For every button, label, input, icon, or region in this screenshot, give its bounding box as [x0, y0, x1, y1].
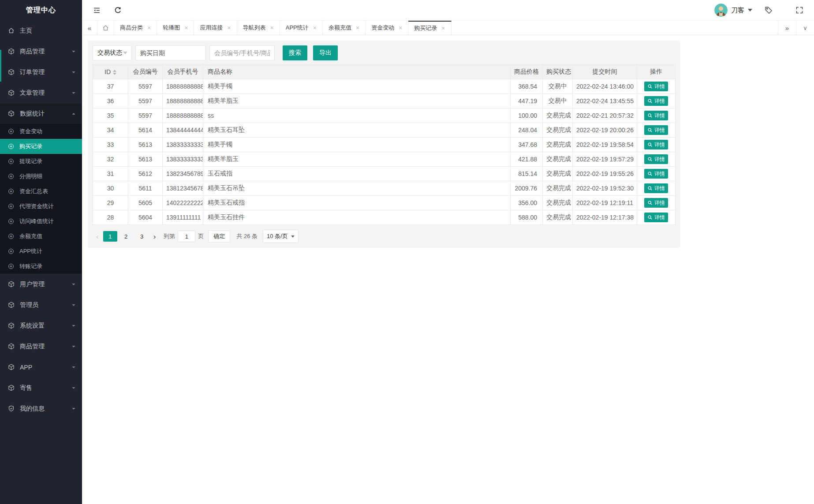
sidebar-item[interactable]: 用户管理	[0, 274, 82, 295]
detail-button-label: 详情	[654, 199, 665, 207]
cube-icon	[8, 385, 15, 391]
cell-id: 30	[93, 181, 128, 196]
sidebar-subitem[interactable]: 余额充值	[0, 229, 82, 244]
close-icon[interactable]: ×	[399, 25, 402, 31]
table-row: 36559718888888888精美羊脂玉447.19交易中2022-02-2…	[93, 94, 676, 108]
sidebar-subitem[interactable]: 购买记录	[0, 139, 82, 154]
sidebar-submenu: 资金变动购买记录提现记录分佣明细资金汇总表代理资金统计访问峰值统计余额充值APP…	[0, 124, 82, 274]
avatar	[714, 4, 728, 17]
tab[interactable]: 商品分类×	[114, 21, 157, 35]
sidebar-subitem[interactable]: 访问峰值统计	[0, 214, 82, 229]
column-header: 操作	[637, 65, 676, 79]
detail-button[interactable]: 详情	[644, 169, 668, 179]
tabs-menu-icon[interactable]: ∨	[796, 21, 814, 35]
cell-member_no: 5614	[128, 123, 163, 138]
sidebar-subitem[interactable]: 资金汇总表	[0, 184, 82, 199]
close-icon[interactable]: ×	[227, 25, 231, 31]
page-number[interactable]: 1	[103, 231, 117, 242]
goto-page-input[interactable]	[178, 231, 195, 242]
chevron-down-icon	[748, 9, 752, 11]
detail-button[interactable]: 详情	[644, 198, 668, 208]
prev-page-icon[interactable]: ‹	[93, 233, 102, 240]
chevron-down-icon	[71, 365, 76, 370]
detail-button-label: 详情	[654, 112, 665, 119]
sidebar-item[interactable]: 数据统计	[0, 103, 82, 124]
tab[interactable]: APP统计×	[280, 21, 323, 35]
sidebar-item[interactable]: APP	[0, 357, 82, 377]
refresh-icon[interactable]	[111, 4, 124, 17]
close-icon[interactable]: ×	[147, 25, 151, 31]
detail-button-label: 详情	[654, 141, 665, 149]
detail-button[interactable]: 详情	[644, 183, 668, 193]
sidebar-item[interactable]: 商品管理	[0, 336, 82, 357]
cell-id: 37	[93, 79, 128, 94]
sidebar-item[interactable]: 寄售	[0, 377, 82, 398]
sort-icon[interactable]	[113, 70, 116, 75]
circle-plus-icon	[8, 173, 14, 179]
sidebar-subitem[interactable]: 资金变动	[0, 124, 82, 139]
circle-plus-icon	[8, 248, 14, 254]
sidebar-subitem[interactable]: 分佣明细	[0, 169, 82, 184]
fullscreen-icon[interactable]	[793, 4, 806, 17]
page-number[interactable]: 2	[119, 231, 133, 242]
close-icon[interactable]: ×	[184, 25, 188, 31]
cell-member_no: 5613	[128, 152, 163, 167]
search-button[interactable]: 搜索	[283, 45, 307, 60]
close-icon[interactable]: ×	[313, 25, 317, 31]
tabs-scroll-left[interactable]: «	[82, 21, 97, 35]
keyword-input[interactable]	[209, 45, 275, 60]
sidebar-subitem[interactable]: APP统计	[0, 244, 82, 259]
table-row: 30561113812345678精美玉石吊坠2009.76交易完成2022-0…	[93, 181, 676, 196]
tab[interactable]: 余额充值×	[323, 21, 366, 35]
chevron-down-icon	[71, 49, 76, 54]
trade-status-select[interactable]: 交易状态	[93, 45, 131, 60]
tab[interactable]: 导航列表×	[237, 21, 280, 35]
tag-icon[interactable]	[762, 4, 775, 17]
detail-button[interactable]: 详情	[644, 125, 668, 135]
table-row: 33561313833333333精美手镯347.68交易完成2022-02-1…	[93, 138, 676, 152]
tab[interactable]: 应用连接×	[194, 21, 237, 35]
sidebar-menu: 主页商品管理订单管理文章管理数据统计资金变动购买记录提现记录分佣明细资金汇总表代…	[0, 20, 82, 419]
user-menu[interactable]: 刀客	[714, 4, 752, 17]
sidebar-subitem[interactable]: 代理资金统计	[0, 199, 82, 214]
close-icon[interactable]: ×	[270, 25, 274, 31]
collapse-sidebar-icon[interactable]	[90, 4, 103, 17]
tab-home[interactable]	[97, 21, 114, 35]
detail-button[interactable]: 详情	[644, 213, 668, 222]
tab[interactable]: 资金变动×	[366, 21, 408, 35]
detail-button[interactable]: 详情	[644, 140, 668, 149]
purchase-date-input[interactable]	[135, 45, 206, 60]
cell-product: 精美玉石耳坠	[203, 123, 511, 138]
detail-button[interactable]: 详情	[644, 111, 668, 120]
circle-plus-icon	[8, 203, 14, 209]
cell-phone: 13844444444	[163, 123, 203, 138]
sidebar-item[interactable]: 商品管理	[0, 41, 82, 62]
sidebar-subitem[interactable]: 转账记录	[0, 259, 82, 274]
sidebar-item[interactable]: 我的信息	[0, 398, 82, 419]
sidebar-scrollbar-thumb[interactable]	[0, 50, 1, 82]
detail-button[interactable]: 详情	[644, 82, 668, 91]
tab[interactable]: 轮播图×	[157, 21, 194, 35]
circle-plus-icon	[8, 218, 14, 224]
column-header: 商品价格	[511, 65, 543, 79]
detail-button[interactable]: 详情	[644, 96, 668, 106]
tab[interactable]: 购买记录×	[408, 21, 451, 35]
next-page-icon[interactable]: ›	[150, 233, 160, 240]
sidebar-subitem[interactable]: 提现记录	[0, 154, 82, 169]
confirm-button[interactable]: 确定	[208, 230, 230, 243]
tabs-scroll-right[interactable]: »	[778, 21, 796, 35]
export-button[interactable]: 导出	[313, 45, 338, 60]
sidebar-item[interactable]: 主页	[0, 20, 82, 41]
sidebar-item[interactable]: 系统设置	[0, 315, 82, 336]
cell-time: 2022-02-19 19:58:54	[573, 138, 637, 152]
sidebar-item[interactable]: 文章管理	[0, 82, 82, 103]
close-icon[interactable]: ×	[356, 25, 359, 31]
cell-id: 29	[93, 196, 128, 210]
detail-button[interactable]: 详情	[644, 154, 668, 164]
close-icon[interactable]: ×	[441, 25, 445, 31]
cell-price: 368.54	[511, 79, 543, 94]
page-size-select[interactable]: 10 条/页	[263, 230, 299, 243]
sidebar-item[interactable]: 管理员	[0, 295, 82, 315]
sidebar-item[interactable]: 订单管理	[0, 62, 82, 82]
page-number[interactable]: 3	[135, 231, 149, 242]
